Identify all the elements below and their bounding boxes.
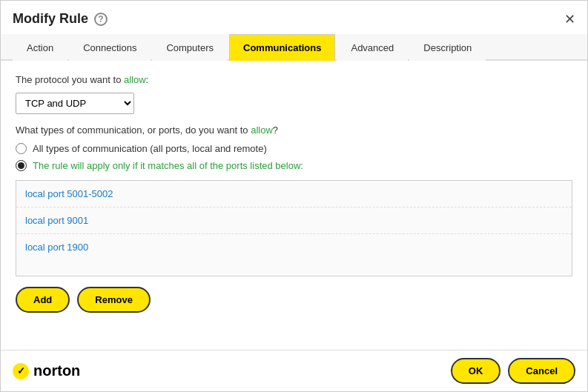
tab-communications[interactable]: Communications [229,34,335,61]
radio-group: All types of communication (all ports, l… [16,143,572,171]
protocol-label-prefix: The protocol you want to [16,74,124,85]
protocol-label-suffix: : [146,74,149,85]
radio-specific-input[interactable] [16,160,27,171]
title-bar: Modify Rule ? ✕ [1,1,587,34]
radio-all-label: All types of communication (all ports, l… [33,143,267,154]
tab-advanced[interactable]: Advanced [337,34,408,61]
ports-question-suffix: ? [273,124,278,136]
ports-list: local port 5001-5002 local port 9001 loc… [16,181,572,260]
port-item-2[interactable]: local port 1900 [16,234,572,260]
tab-computers[interactable]: Computers [152,34,228,61]
ports-question-action: allow [251,124,273,136]
close-button[interactable]: ✕ [564,13,575,26]
radio-specific-label: The rule will apply only if it matches a… [33,160,303,171]
ports-list-container: local port 5001-5002 local port 9001 loc… [16,180,572,276]
remove-button[interactable]: Remove [77,287,151,313]
cancel-button[interactable]: Cancel [508,358,575,384]
tabs-bar: Action Connections Computers Communicati… [1,34,587,61]
dialog-title: Modify Rule [13,11,88,27]
help-icon[interactable]: ? [94,13,108,26]
protocol-label-action: allow [124,74,146,85]
ok-button[interactable]: OK [451,358,501,384]
port-item-0[interactable]: local port 5001-5002 [16,181,572,207]
footer: ✓ norton OK Cancel [1,350,587,391]
tab-description[interactable]: Description [409,34,486,61]
add-button[interactable]: Add [16,287,70,313]
port-item-1[interactable]: local port 9001 [16,207,572,234]
tab-connections[interactable]: Connections [69,34,151,61]
radio-specific-ports: The rule will apply only if it matches a… [16,160,572,171]
footer-buttons: OK Cancel [451,358,575,384]
tab-action[interactable]: Action [13,34,67,61]
norton-text: norton [33,362,80,379]
radio-all-ports: All types of communication (all ports, l… [16,143,572,154]
ports-question: What types of communication, or ports, d… [16,124,572,136]
protocol-dropdown-wrap: TCP and UDP TCP UDP [16,93,572,114]
norton-logo: ✓ norton [13,362,80,379]
protocol-label: The protocol you want to allow: [16,74,572,85]
norton-check-icon: ✓ [13,363,29,379]
title-left: Modify Rule ? [13,11,108,27]
action-buttons: Add Remove [16,287,572,313]
tab-content: The protocol you want to allow: TCP and … [1,61,587,350]
radio-all-input[interactable] [16,143,27,154]
modify-rule-dialog: Modify Rule ? ✕ Action Connections Compu… [0,0,588,392]
protocol-select[interactable]: TCP and UDP TCP UDP [16,93,134,114]
ports-question-prefix: What types of communication, or ports, d… [16,124,251,136]
